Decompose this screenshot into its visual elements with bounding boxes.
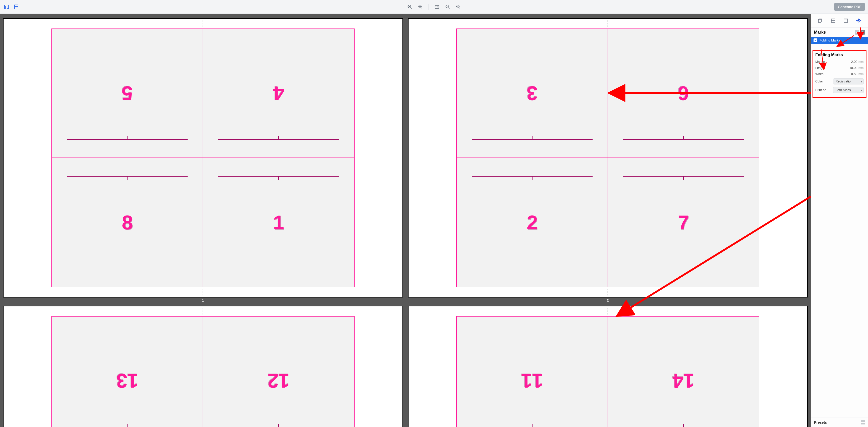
presets-grid-icon[interactable] bbox=[861, 420, 865, 424]
marks-panel-title: Marks bbox=[814, 30, 826, 35]
imposition-view-a-icon[interactable] bbox=[3, 3, 10, 10]
row-length: Length 10.00 mm bbox=[815, 65, 864, 71]
cell-baseline bbox=[472, 176, 593, 176]
tab-marks-icon[interactable] bbox=[855, 17, 862, 24]
zoom-actual-icon[interactable]: 1 bbox=[444, 3, 451, 10]
page-cell: 11 bbox=[456, 316, 608, 427]
details-title: Folding Marks bbox=[815, 53, 864, 57]
preview-canvas[interactable]: 548113627213121114 bbox=[0, 14, 811, 427]
tab-layout-icon[interactable] bbox=[830, 17, 837, 24]
fold-mark-top bbox=[608, 20, 608, 27]
page-cell: 3 bbox=[456, 29, 608, 158]
page-number: 6 bbox=[678, 84, 689, 103]
tab-spacing-icon[interactable] bbox=[842, 17, 849, 24]
page-number: 11 bbox=[521, 371, 543, 391]
right-sidebar: Marks − + Folding Marks Folding Marks Ma… bbox=[811, 14, 868, 427]
svg-line-10 bbox=[421, 8, 422, 9]
page-cell: 12 bbox=[203, 316, 354, 427]
svg-line-19 bbox=[459, 8, 460, 9]
page-number: 7 bbox=[678, 212, 689, 232]
page-number: 12 bbox=[268, 371, 290, 391]
sheet-label: 1 bbox=[3, 297, 403, 302]
imposition-view-b-icon[interactable] bbox=[13, 3, 20, 10]
sheet-label: 2 bbox=[408, 297, 808, 302]
svg-line-7 bbox=[411, 8, 412, 9]
folding-marks-details: Folding Marks Margin 2.00 mm Length 10.0… bbox=[812, 51, 866, 98]
zoom-reset-icon[interactable] bbox=[455, 3, 462, 10]
row-margin: Margin 2.00 mm bbox=[815, 59, 864, 65]
color-select[interactable]: Registration bbox=[833, 78, 864, 85]
fold-mark-bottom bbox=[608, 289, 608, 295]
zoom-in-icon[interactable] bbox=[417, 3, 424, 10]
imposition-sheet[interactable]: 5481 bbox=[3, 18, 403, 297]
fold-mark-top bbox=[608, 308, 608, 315]
cell-baseline bbox=[218, 176, 339, 176]
cell-baseline bbox=[623, 139, 744, 140]
svg-rect-4 bbox=[14, 5, 18, 7]
svg-rect-5 bbox=[14, 7, 18, 9]
imposition-sheet[interactable]: 1114 bbox=[408, 306, 808, 427]
cell-baseline bbox=[623, 176, 744, 176]
page-cell: 5 bbox=[52, 29, 203, 158]
svg-line-16 bbox=[448, 8, 450, 9]
mark-item-folding-marks[interactable]: Folding Marks bbox=[811, 37, 868, 44]
page-number: 14 bbox=[673, 371, 695, 391]
tab-pages-icon[interactable] bbox=[816, 17, 824, 24]
row-width: Width 0.50 mm bbox=[815, 71, 864, 77]
page-cell: 4 bbox=[203, 29, 354, 158]
page-number: 3 bbox=[527, 84, 537, 103]
presets-label: Presets bbox=[814, 420, 827, 424]
fold-mark-top bbox=[203, 308, 203, 315]
mark-item-checkbox[interactable] bbox=[813, 38, 817, 42]
page-cell: 2 bbox=[456, 158, 608, 287]
generate-pdf-button[interactable]: Generate PDF bbox=[834, 3, 865, 11]
page-cell: 13 bbox=[52, 316, 203, 427]
page-cell: 14 bbox=[608, 316, 759, 427]
page-cell: 7 bbox=[608, 158, 759, 287]
fold-mark-top bbox=[203, 20, 203, 27]
sidebar-tabs bbox=[811, 14, 868, 28]
remove-mark-button[interactable]: − bbox=[855, 30, 859, 35]
mark-item-label: Folding Marks bbox=[819, 38, 840, 42]
fold-mark-bottom bbox=[203, 289, 203, 295]
svg-rect-29 bbox=[844, 19, 848, 22]
row-print-on: Print on Both Sides bbox=[815, 86, 864, 94]
page-cell: 1 bbox=[203, 158, 354, 287]
page-number: 13 bbox=[116, 371, 138, 391]
fit-width-icon[interactable] bbox=[433, 3, 441, 10]
imposition-sheet[interactable]: 1312 bbox=[3, 306, 403, 427]
imposition-sheet[interactable]: 3627 bbox=[408, 18, 808, 297]
svg-point-33 bbox=[858, 20, 859, 21]
row-color: Color Registration bbox=[815, 77, 864, 86]
page-number: 2 bbox=[527, 212, 537, 232]
cell-baseline bbox=[67, 176, 188, 176]
presets-bar[interactable]: Presets bbox=[811, 418, 868, 427]
cell-baseline bbox=[218, 139, 339, 140]
print-on-select[interactable]: Both Sides bbox=[833, 87, 864, 93]
page-number: 8 bbox=[122, 212, 133, 232]
page-number: 5 bbox=[122, 84, 133, 103]
toolbar-divider bbox=[429, 4, 429, 10]
top-toolbar: 1 Generate PDF bbox=[0, 0, 868, 14]
cell-baseline bbox=[472, 139, 593, 140]
marks-panel-header: Marks − + bbox=[811, 28, 868, 37]
width-value[interactable]: 0.50 bbox=[851, 72, 857, 76]
page-cell: 8 bbox=[52, 158, 203, 287]
svg-text:1: 1 bbox=[447, 6, 448, 7]
margin-value[interactable]: 2.00 bbox=[851, 60, 857, 64]
zoom-out-icon[interactable] bbox=[406, 3, 413, 10]
length-value[interactable]: 10.00 bbox=[849, 66, 857, 70]
add-mark-button[interactable]: + bbox=[860, 30, 865, 35]
page-cell: 6 bbox=[608, 29, 759, 158]
page-number: 4 bbox=[273, 84, 284, 103]
page-number: 1 bbox=[273, 212, 284, 232]
cell-baseline bbox=[67, 139, 188, 140]
